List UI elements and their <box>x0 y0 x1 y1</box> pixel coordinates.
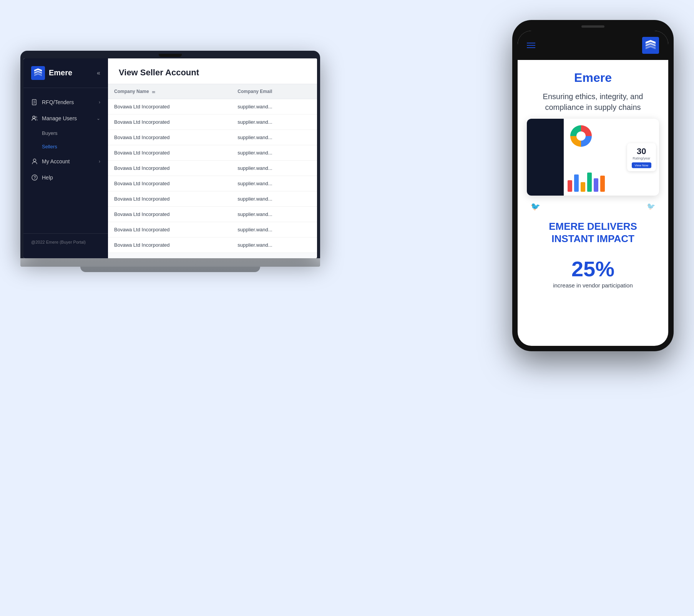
table-row[interactable]: Bovawa Ltd Incorporated supplier.wand... <box>108 206 317 222</box>
company-email-cell: supplier.wand... <box>231 130 317 145</box>
company-name-cell: Bovawa Ltd Incorporated <box>108 206 231 222</box>
stat-percent: 25% <box>553 258 633 280</box>
table-row[interactable]: Bovawa Ltd Incorporated supplier.wand... <box>108 145 317 160</box>
filter-icon[interactable]: ⚌ <box>152 90 155 94</box>
table-row[interactable]: Bovawa Ltd Incorporated supplier.wand... <box>108 222 317 237</box>
svg-rect-15 <box>581 182 585 192</box>
svg-rect-17 <box>594 178 598 192</box>
svg-rect-14 <box>574 174 579 192</box>
sidebar-item-my-account[interactable]: My Account › <box>23 153 108 169</box>
svg-point-7 <box>33 159 36 161</box>
table-row[interactable]: Bovawa Ltd Incorporated supplier.wand... <box>108 191 317 206</box>
table-header-row: Company Name ⚌ Company Email <box>108 84 317 99</box>
company-name-cell: Bovawa Ltd Incorporated <box>108 237 231 252</box>
company-email-cell: supplier.wand... <box>231 176 317 191</box>
svg-point-5 <box>33 116 35 118</box>
table-row[interactable]: Bovawa Ltd Incorporated supplier.wand... <box>108 114 317 130</box>
manage-users-subitems: Buyers Sellers <box>23 126 108 153</box>
svg-point-6 <box>35 116 37 118</box>
company-email-cell: supplier.wand... <box>231 191 317 206</box>
sidebar-navigation: RFQ/Tenders › Manage Users <box>23 94 108 233</box>
user-icon <box>31 158 38 165</box>
sidebar-collapse-icon[interactable]: « <box>97 70 100 76</box>
sellers-table-container[interactable]: Company Name ⚌ Company Email Bovawa L <box>108 84 317 258</box>
sidebar-subitem-buyers[interactable]: Buyers <box>42 126 108 140</box>
phone-device: Emere Ensuring ethics, integrity, and co… <box>512 20 674 351</box>
sidebar-brand-name: Emere <box>49 68 72 77</box>
table-row[interactable]: Bovawa Ltd Incorporated supplier.wand... <box>108 176 317 191</box>
company-name-cell: Bovawa Ltd Incorporated <box>108 145 231 160</box>
company-name-cell: Bovawa Ltd Incorporated <box>108 191 231 206</box>
sidebar-item-rfq[interactable]: RFQ/Tenders › <box>23 94 108 110</box>
help-icon: ? <box>31 174 38 181</box>
document-icon <box>31 99 38 106</box>
svg-point-12 <box>576 131 586 141</box>
my-account-label: My Account <box>42 158 70 164</box>
phone-screen: Emere Ensuring ethics, integrity, and co… <box>518 31 668 346</box>
table-row[interactable]: Bovawa Ltd Incorporated supplier.wand... <box>108 160 317 176</box>
dashboard-cta-button[interactable]: View Now <box>632 162 651 168</box>
scene: Emere « RFQ/Tenders <box>20 20 674 596</box>
phone-logo-icon <box>642 37 659 54</box>
manage-users-arrow-icon: ⌄ <box>96 116 100 121</box>
cta-section: EMERE DELIVERS INSTANT IMPACT <box>527 217 659 248</box>
hamburger-menu-icon[interactable] <box>527 43 535 48</box>
company-email-cell: supplier.wand... <box>231 237 317 252</box>
my-account-arrow-icon: › <box>99 159 100 164</box>
dashboard-stat-number: 30 <box>632 146 651 156</box>
company-name-cell: Bovawa Ltd Incorporated <box>108 160 231 176</box>
company-name-cell: Bovawa Ltd Incorporated <box>108 176 231 191</box>
dashboard-stat-box: 30 Rating/year View Now <box>627 143 656 171</box>
svg-text:?: ? <box>34 176 36 180</box>
deco-bird-left: 🐦 <box>531 202 540 211</box>
emere-logo-icon <box>31 66 45 80</box>
stat-description: increase in vendor participation <box>553 282 633 289</box>
mini-bar-chart <box>566 171 612 192</box>
laptop-base <box>20 258 320 267</box>
company-name-header[interactable]: Company Name ⚌ <box>108 84 231 99</box>
page-header: View Seller Account <box>108 58 317 84</box>
table-row[interactable]: Bovawa Ltd Incorporated supplier.wand... <box>108 130 317 145</box>
company-email-cell: supplier.wand... <box>231 99 317 114</box>
phone-tagline: Ensuring ethics, integrity, and complian… <box>527 91 659 113</box>
manage-users-label: Manage Users <box>42 115 77 121</box>
mini-pie-chart <box>568 123 594 149</box>
users-icon <box>31 115 38 122</box>
company-email-header[interactable]: Company Email <box>231 84 317 99</box>
phone-bezel: Emere Ensuring ethics, integrity, and co… <box>512 20 674 351</box>
company-email-cell: supplier.wand... <box>231 114 317 130</box>
sidebar-header: Emere « <box>23 66 108 88</box>
stat-section: 25% increase in vendor participation <box>553 254 633 292</box>
laptop-screen: Emere « RFQ/Tenders <box>23 58 317 258</box>
sidebar-item-help[interactable]: ? Help <box>23 169 108 186</box>
company-email-cell: supplier.wand... <box>231 145 317 160</box>
table-body: Bovawa Ltd Incorporated supplier.wand...… <box>108 99 317 252</box>
phone-main-content: Emere Ensuring ethics, integrity, and co… <box>518 60 668 303</box>
dashboard-stat-label: Rating/year <box>632 156 651 160</box>
sidebar-subitem-sellers[interactable]: Sellers <box>42 140 108 153</box>
company-name-cell: Bovawa Ltd Incorporated <box>108 130 231 145</box>
company-email-cell: supplier.wand... <box>231 222 317 237</box>
laptop-device: Emere « RFQ/Tenders <box>20 51 320 272</box>
laptop-notch <box>159 54 182 57</box>
svg-rect-13 <box>568 180 572 192</box>
sidebar-footer: @2022 Emere (Buyer Portal) <box>23 233 108 251</box>
page-title: View Seller Account <box>119 68 306 78</box>
cta-title: EMERE DELIVERS INSTANT IMPACT <box>527 220 659 245</box>
sellers-table: Company Name ⚌ Company Email Bovawa L <box>108 84 317 253</box>
company-name-cell: Bovawa Ltd Incorporated <box>108 114 231 130</box>
dashboard-mock-bg: 30 Rating/year View Now <box>564 119 659 196</box>
table-row[interactable]: Bovawa Ltd Incorporated supplier.wand... <box>108 99 317 114</box>
laptop-foot <box>80 267 260 272</box>
company-email-cell: supplier.wand... <box>231 160 317 176</box>
svg-rect-18 <box>600 176 605 192</box>
table-row[interactable]: Bovawa Ltd Incorporated supplier.wand... <box>108 237 317 252</box>
phone-header <box>518 31 668 60</box>
company-name-cell: Bovawa Ltd Incorporated <box>108 99 231 114</box>
phone-speaker <box>581 25 604 28</box>
rfq-label: RFQ/Tenders <box>42 99 74 105</box>
sidebar-item-manage-users[interactable]: Manage Users ⌄ <box>23 110 108 126</box>
company-email-cell: supplier.wand... <box>231 206 317 222</box>
sidebar: Emere « RFQ/Tenders <box>23 58 108 258</box>
company-name-cell: Bovawa Ltd Incorporated <box>108 222 231 237</box>
